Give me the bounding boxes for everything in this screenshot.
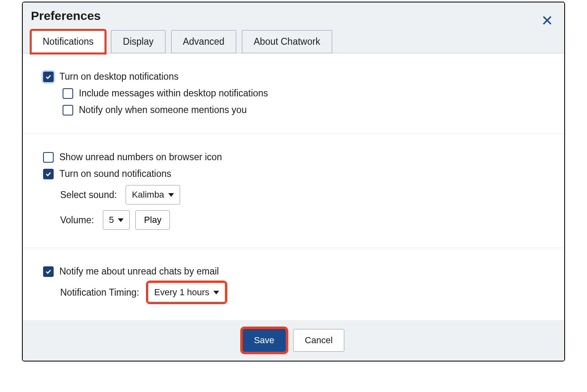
chevron-down-icon — [118, 218, 124, 222]
checkbox-notify-email[interactable] — [43, 266, 54, 277]
checkbox-desktop-notifications[interactable] — [43, 72, 54, 82]
section-desktop-notifications: Turn on desktop notifications Include me… — [23, 53, 564, 134]
close-button[interactable] — [541, 15, 553, 26]
select-notification-timing-value: Every 1 hours — [154, 287, 209, 298]
close-icon — [541, 15, 553, 26]
dialog-body: Turn on desktop notifications Include me… — [23, 53, 564, 320]
checkbox-show-unread-browser-icon[interactable] — [43, 152, 54, 163]
label-notify-email: Notify me about unread chats by email — [59, 266, 219, 277]
checkbox-notify-mentions-only[interactable] — [63, 105, 73, 115]
dialog-title: Preferences — [31, 9, 556, 23]
play-button[interactable]: Play — [135, 210, 170, 230]
chevron-down-icon — [168, 193, 174, 197]
label-desktop-notifications: Turn on desktop notifications — [59, 71, 178, 82]
dialog-header: Preferences Notifications Display Advanc… — [23, 2, 564, 53]
save-button[interactable]: Save — [243, 329, 286, 352]
tab-advanced[interactable]: Advanced — [171, 30, 236, 53]
checkbox-sound-notifications[interactable] — [43, 169, 54, 179]
dialog-footer: Save Cancel — [23, 320, 564, 361]
section-sound: Show unread numbers on browser icon Turn… — [23, 134, 564, 248]
chevron-down-icon — [213, 291, 219, 294]
label-show-unread-browser-icon: Show unread numbers on browser icon — [59, 152, 222, 163]
label-sound-notifications: Turn on sound notifications — [59, 168, 171, 179]
preferences-dialog: Preferences Notifications Display Advanc… — [22, 2, 565, 362]
select-sound-value: Kalimba — [132, 189, 164, 200]
tab-notifications[interactable]: Notifications — [31, 30, 105, 53]
checkbox-include-messages[interactable] — [63, 88, 73, 99]
label-notification-timing: Notification Timing: — [60, 287, 139, 298]
select-volume[interactable]: 5 — [103, 210, 130, 230]
cancel-button[interactable]: Cancel — [293, 329, 344, 352]
tab-display[interactable]: Display — [111, 30, 165, 53]
label-include-messages: Include messages within desktop notifica… — [79, 88, 268, 99]
label-select-sound: Select sound: — [60, 189, 117, 200]
tab-about[interactable]: About Chatwork — [242, 30, 332, 53]
select-notification-timing[interactable]: Every 1 hours — [148, 283, 225, 302]
label-volume: Volume: — [60, 215, 94, 226]
section-email: Notify me about unread chats by email No… — [23, 248, 564, 320]
select-sound[interactable]: Kalimba — [126, 185, 180, 205]
tabs: Notifications Display Advanced About Cha… — [31, 30, 556, 53]
label-notify-mentions-only: Notify only when someone mentions you — [79, 105, 247, 115]
select-volume-value: 5 — [109, 215, 114, 225]
